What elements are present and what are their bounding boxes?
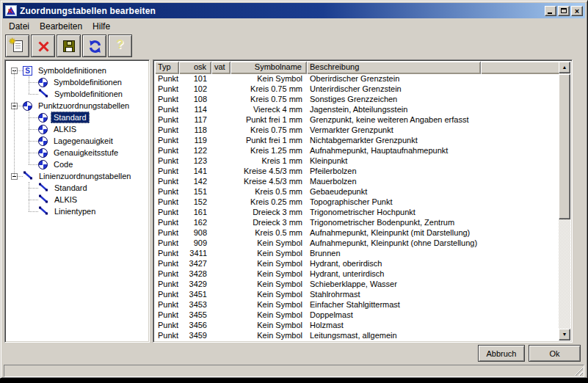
tree-item-punktzuordnungstabellen[interactable]: Punktzuordnungstabellen	[7, 100, 150, 112]
cell-beschreibung: Brunnen	[307, 249, 481, 259]
cell-typ: Punkt	[155, 310, 179, 321]
column-header-osk[interactable]: osk	[179, 62, 211, 74]
tree-connector	[29, 94, 38, 95]
table-row[interactable]: Punkt122Kreis 1.25 mmAufnahmepunkt, Haup…	[155, 146, 559, 156]
column-header-filler[interactable]	[481, 62, 560, 74]
table-row[interactable]: Punkt141Kreise 4.5/3 mmPfeilerbolzen	[155, 167, 559, 177]
line-symbol-icon	[38, 205, 48, 217]
scrollbar-thumb[interactable]	[559, 74, 570, 219]
minimize-button[interactable]	[545, 6, 556, 16]
cell-symbolname: Viereck 4 mm	[231, 105, 307, 115]
scroll-up-icon[interactable]: ▲	[559, 62, 570, 73]
abbruch-button[interactable]: Abbruch	[478, 345, 525, 362]
cell-symbolname: Kreis 1.25 mm	[231, 146, 307, 156]
table-row[interactable]: Punkt162Dreieck 3 mmTrigonometrischer Bo…	[155, 218, 559, 228]
tree-item-label: ALKIS	[51, 194, 80, 205]
tree-item-label: Punktzuordnungstabellen	[35, 100, 132, 112]
tree-item-symboldefinitionen[interactable]: SSymboldefinitionen	[7, 65, 150, 76]
tree-item-label: Standard	[51, 182, 90, 194]
point-symbol-icon	[23, 101, 32, 111]
tree-connector	[29, 141, 38, 142]
tree-item-label: Linientypen	[51, 205, 98, 217]
cell-beschreibung: Stahlrohrmast	[307, 290, 481, 300]
delete-button[interactable]	[31, 34, 55, 57]
table-row[interactable]: Punkt117Punkt frei 1 mmGrenzpunkt, keine…	[155, 115, 559, 125]
cell-typ: Punkt	[155, 321, 179, 331]
resize-grip[interactable]	[573, 366, 583, 376]
cell-vat	[211, 238, 231, 249]
tree-item-linienzuordnungstabellen[interactable]: Linienzuordnungstabellen	[7, 170, 150, 182]
cell-symbolname: Kein Symbol	[231, 74, 307, 84]
scroll-down-icon[interactable]: ▼	[559, 329, 570, 340]
cell-symbolname: Punkt frei 1 mm	[231, 115, 307, 125]
table-row[interactable]: Punkt3451Kein SymbolStahlrohrmast	[155, 290, 559, 300]
cell-vat	[211, 310, 231, 321]
table-row[interactable]: Punkt3411Kein SymbolBrunnen	[155, 249, 559, 259]
cell-typ: Punkt	[155, 84, 179, 95]
column-header-beschreibung[interactable]: Beschreibung	[307, 62, 481, 74]
cell-beschreibung: Aufnahmepunkt, Hauptaufnahmepunkt	[307, 146, 481, 156]
table-row[interactable]: Punkt3456Kein SymbolHolzmast	[155, 321, 559, 331]
cell-vat	[211, 177, 231, 187]
window-title: Zuordnungstabellen bearbeiten	[20, 6, 156, 16]
ok-button[interactable]: Ok	[529, 345, 581, 362]
cell-osk: 3427	[179, 259, 211, 269]
table-row[interactable]: Punkt119Punkt frei 1 mmNichtabgemarkter …	[155, 136, 559, 146]
cell-beschreibung: Unterirdischer Grenzstein	[307, 84, 481, 95]
cell-vat	[211, 218, 231, 228]
table-row[interactable]: Punkt3428Kein SymbolHydrant, unterirdisc…	[155, 269, 559, 280]
point-symbol-icon	[38, 136, 48, 146]
cell-osk: 908	[179, 228, 211, 238]
cell-osk: 3451	[179, 290, 211, 300]
table-row[interactable]: Punkt909Kein SymbolAufnahmepunkt, Kleinp…	[155, 238, 559, 249]
table-row[interactable]: Punkt151Kreis 0.5 mmGebaeudepunkt	[155, 187, 559, 197]
cell-vat	[211, 259, 231, 269]
cell-typ: Punkt	[155, 115, 179, 125]
table-body: Punkt101Kein SymbolOberirdischer Grenzst…	[155, 74, 559, 340]
column-header-vat[interactable]: vat	[211, 62, 231, 74]
column-header-typ[interactable]: Typ	[155, 62, 179, 74]
table-row[interactable]: Punkt161Dreieck 3 mmTrigonometrischer Ho…	[155, 208, 559, 218]
cell-osk: 108	[179, 95, 211, 105]
new-button[interactable]: ✳	[5, 34, 29, 57]
cell-osk: 101	[179, 74, 211, 84]
table-row[interactable]: Punkt123Kreis 1 mmKleinpunkt	[155, 156, 559, 167]
table-row[interactable]: Punkt101Kein SymbolOberirdischer Grenzst…	[155, 74, 559, 84]
cell-symbolname: Kein Symbol	[231, 269, 307, 280]
table-row[interactable]: Punkt3455Kein SymbolDoppelmast	[155, 310, 559, 321]
column-header-symbolname[interactable]: Symbolname	[231, 62, 307, 74]
close-button[interactable]: ×	[571, 6, 583, 16]
table-row[interactable]: Punkt3459Kein SymbolLeitungsmast, allgem…	[155, 331, 559, 340]
tree-child-guide	[29, 76, 29, 94]
table-row[interactable]: Punkt108Kreis 0.75 mmSonstiges Grenzzeic…	[155, 95, 559, 105]
cell-symbolname: Kein Symbol	[231, 300, 307, 310]
refresh-button[interactable]	[82, 34, 106, 57]
table-row[interactable]: Punkt114Viereck 4 mmJagenstein, Abteilun…	[155, 105, 559, 115]
vertical-scrollbar[interactable]: ▲ ▼	[559, 62, 570, 340]
cell-beschreibung: Kleinpunkt	[307, 156, 481, 167]
tree-connector	[29, 117, 38, 118]
menu-item-datei[interactable]: Datei	[4, 20, 35, 33]
line-symbol-icon	[23, 170, 33, 182]
cell-vat	[211, 136, 231, 146]
menu-item-hilfe[interactable]: Hilfe	[87, 20, 115, 33]
table-row[interactable]: Punkt118Kreis 0.75 mmVermarkter Grenzpun…	[155, 125, 559, 136]
table-row[interactable]: Punkt908Kreis 0.5 mmAufnahmepunkt, Klein…	[155, 228, 559, 238]
maximize-button[interactable]	[558, 6, 570, 16]
cell-beschreibung: Leitungsmast, allgemein	[307, 331, 481, 340]
menu-item-bearbeiten[interactable]: Bearbeiten	[35, 20, 87, 33]
save-button[interactable]	[57, 34, 81, 57]
help-button[interactable]: ?	[108, 34, 132, 57]
tree-item-label: Lagegenauigkeit	[51, 135, 116, 147]
table-row[interactable]: Punkt3427Kein SymbolHydrant, oberirdisch	[155, 259, 559, 269]
table-row[interactable]: Punkt142Kreise 4.5/3 mmMauerbolzen	[155, 177, 559, 187]
cell-symbolname: Kreise 4.5/3 mm	[231, 167, 307, 177]
cell-typ: Punkt	[155, 228, 179, 238]
cell-osk: 102	[179, 84, 211, 95]
table-row[interactable]: Punkt3453Kein SymbolEinfacher Stahlgitte…	[155, 300, 559, 310]
tree-root-guide	[14, 70, 15, 176]
table-row[interactable]: Punkt3429Kein SymbolSchieberklappe, Wass…	[155, 280, 559, 290]
symbol-definitions-icon: S	[23, 66, 32, 76]
table-row[interactable]: Punkt102Kreis 0.75 mmUnterirdischer Gren…	[155, 84, 559, 95]
table-row[interactable]: Punkt152Kreis 0.25 mmTopographischer Pun…	[155, 197, 559, 208]
